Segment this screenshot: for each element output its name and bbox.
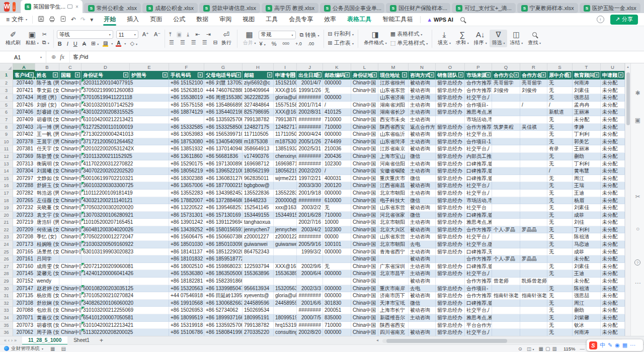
row-number-1[interactable]: 1 xyxy=(0,71,13,79)
row-number-17[interactable]: 17 xyxy=(0,190,13,197)
grid-cell[interactable]: 王迪 xyxy=(573,270,601,278)
grid-cell[interactable]: 2002/8/20 xyxy=(297,329,323,336)
sort-button[interactable]: A↓ 排序 ▾ xyxy=(471,30,490,47)
grid-cell[interactable]: m1875308 xyxy=(243,138,274,146)
filter-dropdown-icon[interactable]: ▾ xyxy=(486,72,491,77)
grid-cell[interactable]: 社交平台,/ xyxy=(465,329,492,336)
grid-cell[interactable]: 500106199702210321 xyxy=(82,175,130,183)
grid-cell[interactable]: 主动咨询 xyxy=(409,102,436,109)
grid-cell[interactable]: jennychen7 xyxy=(274,226,297,234)
grid-cell[interactable]: 207208 xyxy=(13,233,35,241)
grid-cell[interactable]: 200000@qq xyxy=(274,197,297,205)
grid-cell[interactable]: 王一帆 (男 xyxy=(35,131,59,138)
grid-cell[interactable]: 胡睿琪 (女 xyxy=(35,116,59,124)
grid-cell[interactable]: 000000 xyxy=(323,94,351,102)
grid-cell[interactable]: +86 15538019 xyxy=(169,94,204,102)
grid-cell[interactable]: 153449155 xyxy=(243,212,274,219)
grid-cell[interactable]: 102300 xyxy=(323,226,351,234)
header-cell-合作方名[interactable]: 合作方名▾ xyxy=(520,71,547,79)
align-center-icon[interactable]: ☰ xyxy=(179,39,186,46)
grid-cell[interactable]: ######## xyxy=(297,124,323,131)
grid-cell[interactable]: 无 xyxy=(547,329,573,336)
grid-cell[interactable]: 2002/8/31 xyxy=(297,109,323,116)
grid-cell[interactable] xyxy=(82,278,130,285)
grid-cell[interactable] xyxy=(547,255,573,263)
grid-cell[interactable]: 未分配 xyxy=(601,102,625,109)
print-icon[interactable] xyxy=(49,16,55,24)
grid-cell[interactable]: 未分配 xyxy=(601,248,625,256)
grid-cell[interactable]: 151521001 xyxy=(274,79,297,87)
header-cell-父母电话号码[interactable]: 父母电话号码▾ xyxy=(204,71,243,79)
grid-cell[interactable]: 四川省南充 xyxy=(378,329,409,336)
row-number-7[interactable]: 7 xyxy=(0,116,13,124)
grid-cell[interactable]: 留学总经办 xyxy=(436,167,465,175)
row-number-31[interactable]: 31 xyxy=(0,292,13,300)
grid-cell[interactable]: 未分配 xyxy=(601,329,625,336)
find-button[interactable]: 查找 ▾ xyxy=(525,30,543,47)
grid-cell[interactable]: 主动咨询 xyxy=(409,190,436,197)
increase-decimal-icon[interactable]: +.0 xyxy=(294,41,303,46)
grid-cell[interactable]: 612725200110100019 xyxy=(82,124,130,131)
row-number-18[interactable]: 18 xyxy=(0,197,13,205)
grid-cell[interactable]: China中国 xyxy=(59,270,82,278)
grid-cell[interactable]: 180562199 xyxy=(243,167,274,175)
grid-cell[interactable]: +86 1971300890 xyxy=(204,160,243,168)
grid-cell[interactable] xyxy=(130,204,169,212)
grid-cell[interactable] xyxy=(297,255,323,263)
grid-cell[interactable]: 社交平台 xyxy=(465,204,492,212)
row-number-29[interactable]: 29 xyxy=(0,278,13,285)
grid-cell[interactable] xyxy=(436,278,465,285)
grid-cell[interactable] xyxy=(130,167,169,175)
grid-cell[interactable]: +86 18501030 xyxy=(169,241,204,248)
grid-cell[interactable]: xxx@163.cc xyxy=(274,204,297,212)
grid-cell[interactable]: xyevents@ xyxy=(243,292,274,300)
grid-cell[interactable] xyxy=(378,255,409,263)
grid-cell[interactable]: 135522836 xyxy=(243,190,274,197)
column-letter-J[interactable]: J xyxy=(297,63,323,71)
document-tab[interactable]: S可过_支付宝+_滴... xyxy=(452,3,516,13)
grid-cell[interactable]: 无 xyxy=(323,87,351,95)
grid-cell[interactable]: 155363896 xyxy=(274,270,297,278)
grid-cell[interactable]: 留学总经办 xyxy=(436,300,465,307)
grid-cell[interactable]: 社交平台,/ xyxy=(465,182,492,190)
grid-cell[interactable]: 郭美艺 xyxy=(573,138,601,146)
freeze-button[interactable]: ◫ 冻结 ▾ xyxy=(507,30,525,47)
percent-icon[interactable]: % xyxy=(271,41,278,47)
grid-cell[interactable]: 袁文宇 (女 xyxy=(35,212,59,219)
grid-cell[interactable]: 筑梦美程 xyxy=(492,124,520,131)
grid-cell[interactable]: 370502200012272047 xyxy=(82,233,130,241)
grid-cell[interactable]: 杨欣雨 (女 xyxy=(35,292,59,300)
grid-cell[interactable]: 湖南省长沙 xyxy=(378,109,409,116)
grid-cell[interactable]: China中国 xyxy=(351,263,378,271)
grid-cell[interactable]: +86 1360831276 xyxy=(204,175,243,183)
menu-tab-视图[interactable]: 视图 xyxy=(237,13,260,26)
grid-cell[interactable]: 207282 xyxy=(13,190,35,197)
grid-cell[interactable]: 无 xyxy=(547,160,573,168)
grid-cell[interactable]: 被动咨询 xyxy=(409,204,436,212)
grid-cell[interactable]: 钦冰 xyxy=(573,322,601,329)
grid-cell[interactable]: 蒯劲 xyxy=(573,307,601,314)
grid-cell[interactable]: 153205639 xyxy=(274,285,297,293)
grid-cell[interactable]: 32010220020531242X xyxy=(82,145,130,153)
grid-cell[interactable]: 000000 xyxy=(323,248,351,256)
grid-cell[interactable]: 主动咨询 xyxy=(409,270,436,278)
grid-cell[interactable]: 曾老师 xyxy=(492,278,520,285)
grid-cell[interactable]: 留学总经办 xyxy=(436,190,465,197)
grid-cell[interactable]: 陈祖清 xyxy=(573,233,601,241)
grid-cell[interactable]: 江西省南昌 xyxy=(378,182,409,190)
menu-tab-会员专享[interactable]: 会员专享 xyxy=(283,13,318,26)
grid-cell[interactable]: China中国 xyxy=(59,263,82,271)
zoom-level[interactable]: 115% xyxy=(564,346,576,351)
vertical-scroll-thumb[interactable] xyxy=(626,72,630,125)
grid-cell[interactable]: 2000/6/4 xyxy=(297,270,323,278)
grid-cell[interactable]: 124827175 xyxy=(274,124,297,131)
grid-cell[interactable] xyxy=(520,233,547,241)
grid-cell[interactable]: China中国 xyxy=(59,204,82,212)
paste-button[interactable]: ▣ 粘贴 ▾ xyxy=(23,30,41,47)
grid-cell[interactable]: 未分配 xyxy=(601,160,625,168)
grid-cell[interactable]: 强思喆 xyxy=(573,94,601,102)
grid-cell[interactable]: 207406 xyxy=(13,109,35,116)
header-cell-申请专用[interactable]: 申请专用▾ xyxy=(274,71,297,79)
column-letter-C[interactable]: C xyxy=(59,63,82,71)
grid-cell[interactable]: jennychen7 xyxy=(243,226,274,234)
